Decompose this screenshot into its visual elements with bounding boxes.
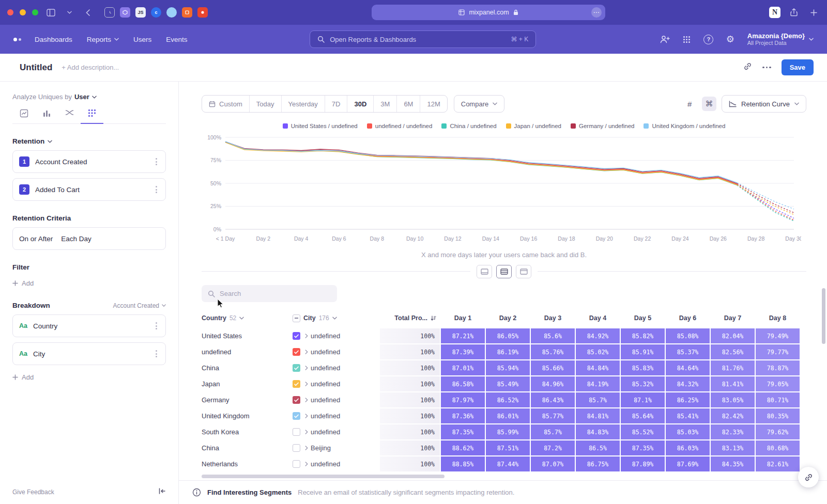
- total-cell[interactable]: 100%: [379, 440, 440, 456]
- row-checkbox[interactable]: [293, 332, 300, 340]
- retention-cell[interactable]: 85.83%: [620, 360, 665, 376]
- total-cell[interactable]: 100%: [379, 424, 440, 440]
- retention-cell[interactable]: 87.35%: [620, 440, 665, 456]
- retention-cell[interactable]: 82.42%: [710, 408, 755, 424]
- retention-cell[interactable]: 84.32%: [665, 376, 710, 392]
- expand-row-icon[interactable]: [305, 382, 308, 386]
- retention-cell[interactable]: 86.58%: [440, 376, 485, 392]
- retention-cell[interactable]: 83.13%: [710, 440, 755, 456]
- range-6m[interactable]: 6M: [397, 96, 420, 112]
- total-cell[interactable]: 100%: [379, 456, 440, 472]
- retention-cell[interactable]: 86.01%: [485, 408, 530, 424]
- retention-cell[interactable]: 87.2%: [530, 440, 575, 456]
- total-cell[interactable]: 100%: [379, 408, 440, 424]
- analyze-entity-dropdown[interactable]: User: [74, 93, 89, 101]
- notion-tab-icon[interactable]: N: [769, 7, 780, 18]
- give-feedback-link[interactable]: Give Feedback: [12, 489, 54, 496]
- retention-cell[interactable]: 85.91%: [620, 344, 665, 360]
- extension-js-icon[interactable]: JS: [135, 7, 146, 18]
- share-link-floating-button[interactable]: [798, 467, 819, 487]
- extension-sphere-icon[interactable]: [166, 7, 177, 18]
- expand-row-icon[interactable]: [305, 366, 308, 370]
- city-cell[interactable]: undefined: [293, 376, 379, 392]
- retention-cell[interactable]: 87.69%: [665, 456, 710, 472]
- breakdown-city[interactable]: AaCity: [12, 342, 166, 365]
- country-col-header[interactable]: Country52: [202, 308, 293, 328]
- extension-cube-icon[interactable]: [120, 7, 130, 18]
- retention-cell[interactable]: 87.35%: [440, 424, 485, 440]
- kebab-menu-icon[interactable]: [154, 184, 159, 195]
- help-icon[interactable]: ?: [702, 33, 715, 46]
- tab-retention-icon[interactable]: [81, 109, 103, 124]
- range-12m[interactable]: 12M: [420, 96, 447, 112]
- city-cell[interactable]: undefined: [293, 408, 379, 424]
- retention-cell[interactable]: 84.81%: [575, 408, 620, 424]
- kebab-menu-icon[interactable]: [154, 348, 159, 359]
- criteria-condition[interactable]: On or After: [19, 235, 53, 243]
- total-cell[interactable]: 100%: [379, 376, 440, 392]
- retention-cell[interactable]: 85.7%: [530, 424, 575, 440]
- retention-cell[interactable]: 84.84%: [575, 360, 620, 376]
- city-col-header[interactable]: City176: [293, 308, 379, 328]
- legend-item[interactable]: United States / undefined: [283, 123, 358, 129]
- step-account-created[interactable]: 1Account Created: [12, 150, 166, 173]
- retention-chart[interactable]: 0%25%50%75%100%< 1 DayDay 2Day 4Day 6Day…: [202, 132, 806, 247]
- kebab-menu-icon[interactable]: [154, 156, 159, 167]
- horizontal-scrollbar[interactable]: [202, 475, 445, 478]
- retention-cell[interactable]: 85.94%: [485, 360, 530, 376]
- more-options-icon[interactable]: [762, 67, 771, 69]
- retention-cell[interactable]: 85.82%: [620, 328, 665, 344]
- legend-item[interactable]: China / undefined: [441, 123, 496, 129]
- compare-dropdown[interactable]: Compare: [454, 95, 504, 113]
- retention-cell[interactable]: 82.56%: [710, 344, 755, 360]
- retention-cell[interactable]: 86.05%: [485, 328, 530, 344]
- retention-criteria-card[interactable]: On or After Each Day: [12, 227, 166, 250]
- view-compact-icon[interactable]: [477, 265, 492, 278]
- retention-cell[interactable]: 87.1%: [620, 392, 665, 408]
- retention-cell[interactable]: 82.04%: [710, 328, 755, 344]
- retention-cell[interactable]: 86.75%: [575, 456, 620, 472]
- segments-title[interactable]: Find Interesting Segments: [207, 489, 292, 496]
- retention-cell[interactable]: 86.25%: [665, 392, 710, 408]
- total-cell[interactable]: 100%: [379, 392, 440, 408]
- nav-reports[interactable]: Reports: [87, 36, 119, 43]
- row-checkbox[interactable]: [293, 412, 300, 420]
- retention-cell[interactable]: 85.64%: [620, 408, 665, 424]
- window-scrollbar[interactable]: [822, 288, 825, 344]
- range-yesterday[interactable]: Yesterday: [282, 96, 325, 112]
- row-checkbox[interactable]: [293, 348, 300, 356]
- retention-cell[interactable]: 85.66%: [530, 360, 575, 376]
- retention-cell[interactable]: 87.21%: [440, 328, 485, 344]
- expand-row-icon[interactable]: [305, 430, 308, 434]
- retention-cell[interactable]: 80.68%: [755, 440, 800, 456]
- annotations-icon[interactable]: #: [682, 97, 697, 111]
- retention-cell[interactable]: 81.41%: [710, 376, 755, 392]
- chart-view-dropdown[interactable]: Retention Curve: [722, 95, 806, 113]
- retention-cell[interactable]: 86.5%: [575, 440, 620, 456]
- shortcut-command-icon[interactable]: ⌘: [702, 97, 716, 111]
- nav-users[interactable]: Users: [133, 36, 151, 43]
- retention-cell[interactable]: 80.71%: [755, 392, 800, 408]
- city-cell[interactable]: undefined: [293, 424, 379, 440]
- retention-cell[interactable]: 86.43%: [530, 392, 575, 408]
- retention-cell[interactable]: 87.36%: [440, 408, 485, 424]
- retention-cell[interactable]: 87.39%: [440, 344, 485, 360]
- tab-funnels-icon[interactable]: [35, 109, 58, 123]
- city-cell[interactable]: undefined: [293, 344, 379, 360]
- select-all-checkbox[interactable]: [293, 314, 300, 322]
- add-filter-button[interactable]: Add: [12, 279, 166, 287]
- range-3m[interactable]: 3M: [374, 96, 397, 112]
- total-cell[interactable]: 100%: [379, 344, 440, 360]
- retention-cell[interactable]: 85.41%: [665, 408, 710, 424]
- new-tab-icon[interactable]: [807, 6, 820, 19]
- retention-cell[interactable]: 79.77%: [755, 344, 800, 360]
- settings-gear-icon[interactable]: ⚙: [724, 33, 737, 46]
- expand-row-icon[interactable]: [305, 398, 308, 402]
- day-col-header[interactable]: Day 6: [665, 308, 710, 328]
- row-checkbox[interactable]: [293, 428, 300, 436]
- retention-cell[interactable]: 85.6%: [530, 328, 575, 344]
- retention-cell[interactable]: 84.35%: [710, 456, 755, 472]
- row-checkbox[interactable]: [293, 460, 300, 468]
- day-col-header[interactable]: Day 1: [440, 308, 485, 328]
- day-col-header[interactable]: Day 3: [530, 308, 575, 328]
